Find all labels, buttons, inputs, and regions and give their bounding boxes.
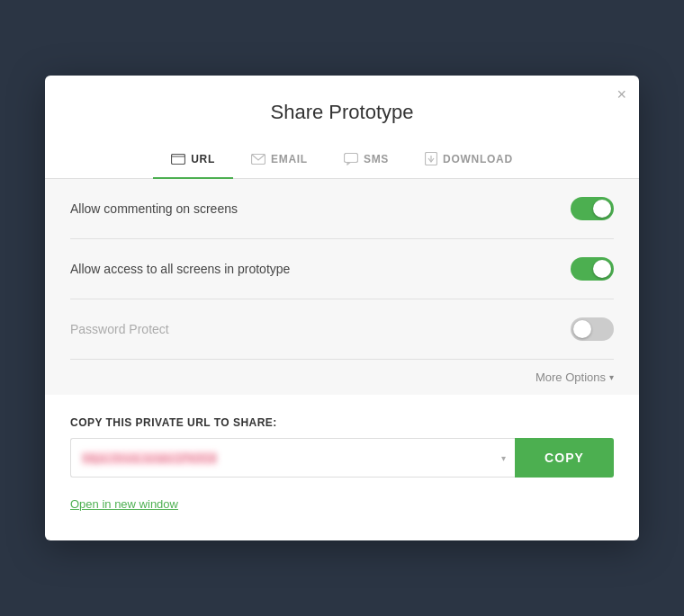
toggle-password-label: Password Protect: [70, 322, 169, 336]
tab-download[interactable]: DOWNLOAD: [407, 143, 531, 179]
more-options-button[interactable]: More Options ▾: [536, 370, 614, 384]
email-icon: [251, 154, 266, 165]
more-options-row: More Options ▾: [70, 360, 614, 395]
toggle-commenting[interactable]: [571, 197, 614, 220]
tab-bar: URL EMAIL SMS: [45, 142, 639, 179]
sms-icon: [344, 153, 358, 165]
url-select-wrap: https://invis.io/abc1Pk0G8 ▾: [70, 438, 515, 478]
chevron-down-icon: ▾: [609, 372, 614, 382]
toggle-commenting-label: Allow commenting on screens: [70, 201, 238, 216]
tab-url-label: URL: [191, 153, 215, 165]
copy-button[interactable]: COPY: [515, 438, 614, 478]
url-value: https://invis.io/abc1Pk0G8: [82, 451, 217, 465]
open-new-window-link[interactable]: Open in new window: [70, 497, 178, 511]
tab-email-label: EMAIL: [271, 153, 308, 165]
copy-section: COPY THIS PRIVATE URL TO SHARE: https://…: [45, 395, 639, 485]
toggle-row-password: Password Protect: [70, 299, 614, 360]
toggle-password[interactable]: [571, 317, 614, 341]
toggle-access-slider: [571, 257, 614, 281]
toggle-row-commenting: Allow commenting on screens: [70, 179, 614, 239]
toggle-row-access: Allow access to all screens in prototype: [70, 239, 614, 299]
svg-rect-3: [344, 154, 357, 163]
tab-email[interactable]: EMAIL: [233, 143, 326, 179]
tab-sms-label: SMS: [364, 153, 389, 165]
share-prototype-modal: × Share Prototype URL EMAIL: [45, 76, 639, 540]
toggle-password-slider: [571, 317, 614, 341]
modal-title: Share Prototype: [45, 76, 639, 124]
svg-rect-0: [172, 155, 185, 165]
url-display-field[interactable]: https://invis.io/abc1Pk0G8: [70, 438, 515, 478]
toggle-commenting-slider: [571, 197, 614, 220]
copy-section-label: COPY THIS PRIVATE URL TO SHARE:: [70, 416, 614, 429]
toggle-access-label: Allow access to all screens in prototype: [70, 262, 290, 276]
close-button[interactable]: ×: [616, 86, 626, 103]
url-icon: [171, 154, 185, 165]
tab-download-label: DOWNLOAD: [443, 153, 513, 165]
copy-row: https://invis.io/abc1Pk0G8 ▾ COPY: [70, 438, 614, 478]
download-icon: [425, 152, 437, 166]
more-options-label: More Options: [536, 370, 606, 384]
tab-url[interactable]: URL: [153, 143, 233, 179]
toggle-access[interactable]: [571, 257, 614, 281]
tab-sms[interactable]: SMS: [326, 143, 407, 179]
modal-body: Allow commenting on screens Allow access…: [45, 179, 639, 395]
